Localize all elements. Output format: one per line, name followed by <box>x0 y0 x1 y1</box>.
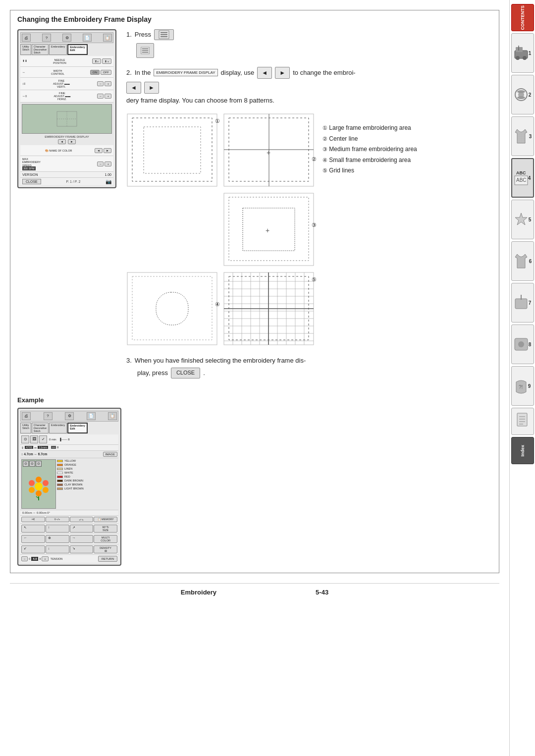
return-btn[interactable]: RETURN <box>98 556 117 562</box>
arrow-e[interactable]: → <box>70 535 94 543</box>
fine-horiz-minus[interactable]: – <box>97 94 104 99</box>
arrow-s[interactable]: ↓ <box>46 545 69 553</box>
step-2-text-mid: display, use <box>221 68 255 78</box>
document-icon <box>516 413 530 431</box>
frame-nav-left[interactable]: ◄ <box>58 139 66 144</box>
bobbin-icon <box>514 86 529 104</box>
nav-right-btn-2[interactable]: ► <box>144 82 159 94</box>
page-icon: 📄 <box>83 34 92 42</box>
arrow-w[interactable]: ← <box>21 535 45 543</box>
ctrl-btn-xmark[interactable]: ×€ <box>21 517 45 522</box>
sidebar-tab-6[interactable]: 6 <box>511 241 534 281</box>
machine-tab-embroidery[interactable]: Embroidery <box>49 44 67 55</box>
machine-speed-row: MAXEMBROIDERYSPEED300 SPM – + <box>20 156 113 171</box>
degree-btn[interactable]: 90°↻SIZE <box>94 525 117 533</box>
sewing4-icon: ?! <box>514 378 528 394</box>
example-top-icons: 🖨 ? ⚙ 📄 📋 <box>20 411 118 422</box>
off-btn[interactable]: OFF <box>101 70 111 75</box>
frame-diagram-1: ① <box>126 113 218 187</box>
sidebar-tab-doc[interactable] <box>511 408 534 435</box>
press-btn-1[interactable] <box>154 29 174 40</box>
tension-minus[interactable]: – <box>21 556 28 561</box>
ex-tab-emb[interactable]: Embroidery <box>49 423 67 433</box>
menu-btn-icon <box>159 30 169 39</box>
arrow-n[interactable]: ↑ <box>46 525 69 533</box>
size-row: ↕ 4.7cm ↔ 6.7cm IMAGE <box>20 451 118 458</box>
step-1-icon-detail <box>136 43 492 59</box>
sidebar-tab-5[interactable]: 5 <box>511 200 534 239</box>
svg-point-2 <box>516 56 520 60</box>
arrow-se[interactable]: ↘ <box>70 545 94 553</box>
nav-right-btn[interactable]: ► <box>275 67 290 79</box>
sidebar-tab-1[interactable]: 1 <box>511 33 534 73</box>
ex-tool-2[interactable]: 🖼 <box>30 435 38 443</box>
speed-minus[interactable]: – <box>97 162 104 166</box>
ctrl-btn-memory[interactable]: 📋 MEMORY <box>94 517 117 522</box>
ex-document-icon: 📋 <box>108 412 117 420</box>
callout-item-4: ④ Small frame embroidering area <box>322 155 422 166</box>
on-btn[interactable]: ON <box>90 70 100 75</box>
machine-tab-utility[interactable]: Utility Stitch <box>20 44 31 55</box>
machine-ui-top: 🖨 ? ⚙ 📄 📋 Utility Stitch Character <box>17 29 116 188</box>
svg-point-19 <box>518 341 524 347</box>
machine-close-btn[interactable]: CLOSE <box>22 179 41 184</box>
density-btn[interactable]: DENSITY⊞ <box>94 545 117 553</box>
sidebar-tab-8[interactable]: 8 <box>511 324 534 364</box>
fine-vert-minus[interactable]: – <box>97 81 104 86</box>
color-nav-left[interactable]: ◄ <box>95 148 103 153</box>
fine-horiz-plus[interactable]: + <box>105 94 111 99</box>
step-2-desc-text: dery frame display. You can choose from … <box>126 97 274 104</box>
nav-left-btn[interactable]: ◄ <box>257 67 272 79</box>
control-buttons-row1: ×€ \/–/+ ⤾⤿ 📋 MEMORY <box>20 516 118 524</box>
frame-row-2: + ③ <box>126 192 315 267</box>
machine-top-icons: 🖨 ? ⚙ 📄 📋 <box>20 32 113 43</box>
ex-tab-utility[interactable]: UtilityStitch <box>20 423 31 433</box>
fine-vert-plus[interactable]: + <box>105 81 111 86</box>
ex-tool-1[interactable]: ⊙ <box>21 435 29 443</box>
arrow-sw[interactable]: ↙ <box>21 545 45 553</box>
machine-tab-character[interactable]: Character Decorative Stitch <box>32 44 49 55</box>
close-btn[interactable]: CLOSE <box>171 368 200 378</box>
svg-rect-49 <box>127 272 217 345</box>
needle-btn-left[interactable]: ⬆+ <box>92 58 102 64</box>
svg-point-76 <box>36 490 42 496</box>
frame-nav-right[interactable]: ► <box>68 139 76 144</box>
color-dark-brown: DARK BROWN <box>57 480 97 482</box>
color-list: YELLOW ORANGE LINEN WHITE <box>57 459 117 509</box>
machine-tab-embroidery-edit[interactable]: Embroidery Edit <box>67 44 88 55</box>
sidebar-tab-2[interactable]: 2 <box>511 75 534 114</box>
sidebar-tab-index[interactable]: Index <box>511 437 534 464</box>
arrow-nw[interactable]: ↖ <box>21 525 45 533</box>
ex-tool-3[interactable]: ✓ <box>39 435 47 443</box>
machine-display-area <box>22 104 112 134</box>
speed-plus[interactable]: + <box>105 162 111 166</box>
flower-display: ⊙ ⊙ ⊙ <box>21 459 56 509</box>
callout-item-5: ⑤ Grid lines <box>322 165 422 176</box>
ex-tab-emb-edit[interactable]: EmbroideryEdit <box>67 423 88 433</box>
color-nav-right[interactable]: ► <box>104 148 111 153</box>
sidebar-tab-contents[interactable]: CONTENTS <box>511 4 534 31</box>
sidebar-tab-9[interactable]: ?! 9 <box>511 366 534 406</box>
needle-icon-area: ⬆⬇ <box>22 59 27 63</box>
sidebar-tab-7[interactable]: 7 <box>511 283 534 323</box>
multi-color-btn[interactable]: MULTICOLOR <box>94 535 117 543</box>
tension-zero-label: 0 <box>29 557 30 560</box>
ex-tab-character[interactable]: CharacterDecorativeStitch <box>32 423 49 433</box>
color-light-brown: LIGHT BROWN <box>57 487 97 490</box>
sidebar-tab-3[interactable]: 3 <box>511 116 534 156</box>
ctrl-btn-plus-minus[interactable]: \/–/+ <box>46 517 69 522</box>
arrow-center[interactable]: ⊕ <box>46 535 69 543</box>
nav-left-btn-2[interactable]: ◄ <box>126 82 141 94</box>
stitch-count: 0 min ▐—— 8 <box>49 438 117 441</box>
arrow-ne[interactable]: ↗ <box>70 525 94 533</box>
ctrl-btn-rotate[interactable]: ⤾⤿ <box>70 517 94 522</box>
tension-plus[interactable]: + <box>42 556 49 561</box>
callout-2: ② <box>312 156 317 162</box>
settings-icon: ⚙ <box>62 34 71 42</box>
flower-svg <box>26 472 51 501</box>
sidebar-tab-4[interactable]: ABC ABC 4 <box>511 158 534 198</box>
image-btn[interactable]: IMAGE <box>103 452 117 457</box>
step-1-detail-btn[interactable] <box>136 43 154 58</box>
ex-printer-icon: 🖨 <box>22 412 31 420</box>
needle-btn-right[interactable]: ⬇+ <box>102 58 111 64</box>
